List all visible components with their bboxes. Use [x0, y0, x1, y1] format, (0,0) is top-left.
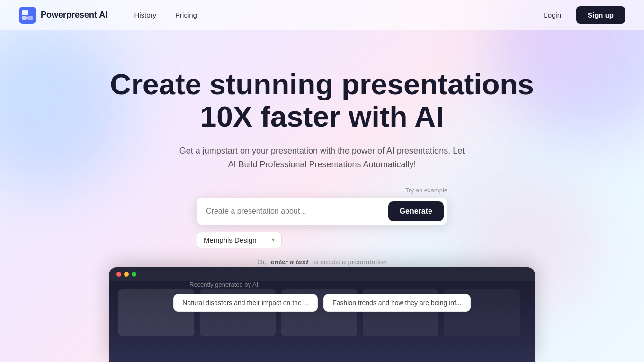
theme-dropdown[interactable]: Memphis Design ▾ — [197, 232, 282, 248]
svg-rect-1 — [22, 10, 28, 15]
recent-card-1[interactable]: Natural disasters and their impact on th… — [173, 294, 318, 312]
or-text: Or, enter a text to create a presentatio… — [257, 258, 387, 266]
login-button[interactable]: Login — [536, 8, 569, 22]
recent-card-2[interactable]: Fashion trends and how they are being in… — [323, 294, 470, 312]
hero-title-line1: Create stunning presentations — [110, 68, 534, 100]
input-wrapper: Try an example Generate — [197, 187, 447, 232]
presentation-input[interactable] — [206, 207, 388, 216]
nav-history[interactable]: History — [126, 8, 164, 22]
recent-cards: Natural disasters and their impact on th… — [173, 294, 470, 312]
hero-title: Create stunning presentations 10X faster… — [110, 68, 534, 133]
nav-pricing[interactable]: Pricing — [168, 8, 205, 22]
try-example-label: Try an example — [405, 187, 447, 194]
hero-title-line2: 10X faster with AI — [200, 100, 444, 133]
svg-rect-3 — [27, 16, 33, 20]
svg-rect-2 — [22, 16, 27, 20]
nav-right: Login Sign up — [536, 6, 625, 24]
hero-subtitle: Get a jumpstart on your presentation wit… — [175, 144, 469, 172]
theme-selected-label: Memphis Design — [204, 236, 257, 244]
brand-name: Powerpresent AI — [41, 10, 107, 20]
chevron-down-icon: ▾ — [272, 236, 275, 243]
logo-area[interactable]: Powerpresent AI — [19, 7, 107, 24]
main-content: Create stunning presentations 10X faster… — [0, 30, 644, 312]
recently-label: Recently generated by AI — [19, 281, 258, 288]
navbar: Powerpresent AI History Pricing Login Si… — [0, 0, 644, 30]
logo-icon — [19, 7, 36, 24]
generate-button[interactable]: Generate — [388, 201, 444, 221]
or-suffix: to create a presentation — [312, 258, 387, 266]
input-area: Generate — [197, 198, 447, 225]
nav-links: History Pricing — [126, 8, 536, 22]
signup-button[interactable]: Sign up — [576, 6, 625, 24]
or-prefix: Or, — [257, 258, 267, 266]
recently-section: Recently generated by AI Natural disaste… — [0, 281, 644, 312]
enter-text-link[interactable]: enter a text — [270, 258, 308, 266]
